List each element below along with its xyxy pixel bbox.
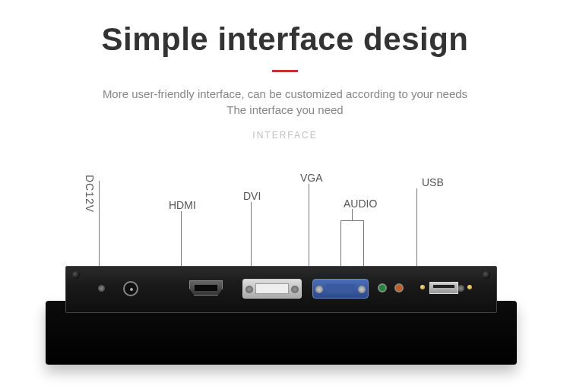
standoff-pin-icon bbox=[467, 285, 472, 289]
dvi-port-icon bbox=[242, 279, 302, 299]
interface-diagram: DC12V HDMI DVI VGA AUDIO USB bbox=[0, 167, 570, 392]
label-dc12v: DC12V bbox=[84, 175, 96, 213]
label-hdmi: HDMI bbox=[169, 199, 196, 211]
audio-out-jack-icon bbox=[378, 283, 387, 292]
label-vga: VGA bbox=[300, 172, 323, 184]
dc-jack-icon bbox=[119, 280, 142, 299]
usb-port-icon bbox=[429, 282, 458, 294]
screw-icon bbox=[458, 285, 464, 292]
label-audio: AUDIO bbox=[344, 198, 377, 210]
label-usb: USB bbox=[422, 176, 444, 188]
label-dvi: DVI bbox=[243, 190, 261, 202]
io-panel bbox=[65, 266, 497, 313]
monitor-rear bbox=[30, 266, 532, 365]
leader-line bbox=[309, 184, 309, 278]
subtitle-line-2: The interface you need bbox=[0, 103, 570, 116]
standoff-pin-icon bbox=[420, 285, 425, 289]
leader-line bbox=[352, 209, 353, 221]
audio-in-jack-icon bbox=[394, 283, 404, 292]
leader-line bbox=[99, 181, 100, 278]
mount-hole-icon bbox=[483, 271, 490, 279]
screw-icon bbox=[98, 285, 105, 292]
title-underline bbox=[272, 70, 298, 72]
page-title: Simple interface design bbox=[0, 21, 570, 58]
subtitle-line-1: More user-friendly interface, can be cus… bbox=[0, 87, 570, 100]
mount-hole-icon bbox=[72, 271, 80, 279]
hdmi-port-icon bbox=[189, 280, 223, 296]
section-tag: INTERFACE bbox=[0, 130, 570, 141]
vga-port-icon bbox=[312, 279, 369, 299]
